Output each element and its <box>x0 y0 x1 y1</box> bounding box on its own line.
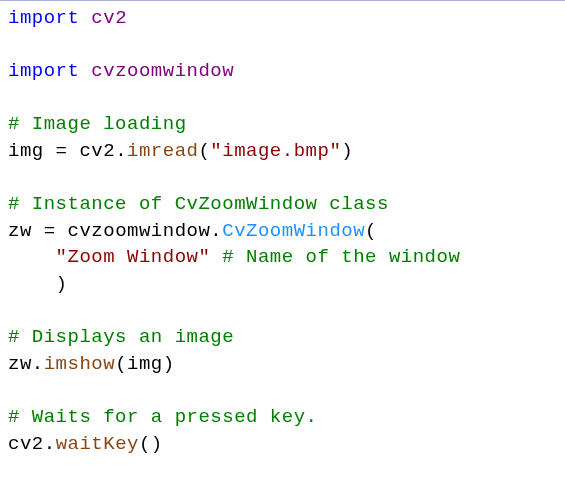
paren-open: ( <box>139 433 151 455</box>
paren-open: ( <box>115 353 127 375</box>
comment: # Displays an image <box>8 326 234 348</box>
identifier: zw <box>8 220 44 242</box>
dot: . <box>115 140 127 162</box>
keyword-import: import <box>8 7 79 29</box>
dot: . <box>210 220 222 242</box>
operator: = <box>56 140 68 162</box>
space <box>210 246 222 268</box>
function-waitkey: waitKey <box>56 433 139 455</box>
indent <box>8 273 56 295</box>
class-cvzoomwindow: CvZoomWindow <box>222 220 365 242</box>
indent <box>8 246 56 268</box>
function-imread: imread <box>127 140 198 162</box>
identifier: img <box>8 140 56 162</box>
paren-open: ( <box>198 140 210 162</box>
comment: # Instance of CvZoomWindow class <box>8 193 389 215</box>
identifier: cv2 <box>8 433 44 455</box>
paren-close: ) <box>341 140 353 162</box>
code-block: import cv2 import cvzoomwindow # Image l… <box>0 0 565 461</box>
function-imshow: imshow <box>44 353 115 375</box>
comment: # Name of the window <box>222 246 460 268</box>
paren-close: ) <box>163 353 175 375</box>
identifier: img <box>127 353 163 375</box>
identifier: cvzoomwindow <box>56 220 211 242</box>
string-literal: "Zoom Window" <box>56 246 211 268</box>
module-cv2: cv2 <box>91 7 127 29</box>
operator: = <box>44 220 56 242</box>
comment: # Waits for a pressed key. <box>8 406 317 428</box>
paren-open: ( <box>365 220 377 242</box>
identifier: cv2 <box>68 140 116 162</box>
module-cvzoomwindow: cvzoomwindow <box>91 60 234 82</box>
string-literal: "image.bmp" <box>210 140 341 162</box>
paren-close: ) <box>151 433 163 455</box>
dot: . <box>44 433 56 455</box>
dot: . <box>32 353 44 375</box>
comment: # Image loading <box>8 113 187 135</box>
identifier: zw <box>8 353 32 375</box>
paren-close: ) <box>56 273 68 295</box>
keyword-import: import <box>8 60 79 82</box>
